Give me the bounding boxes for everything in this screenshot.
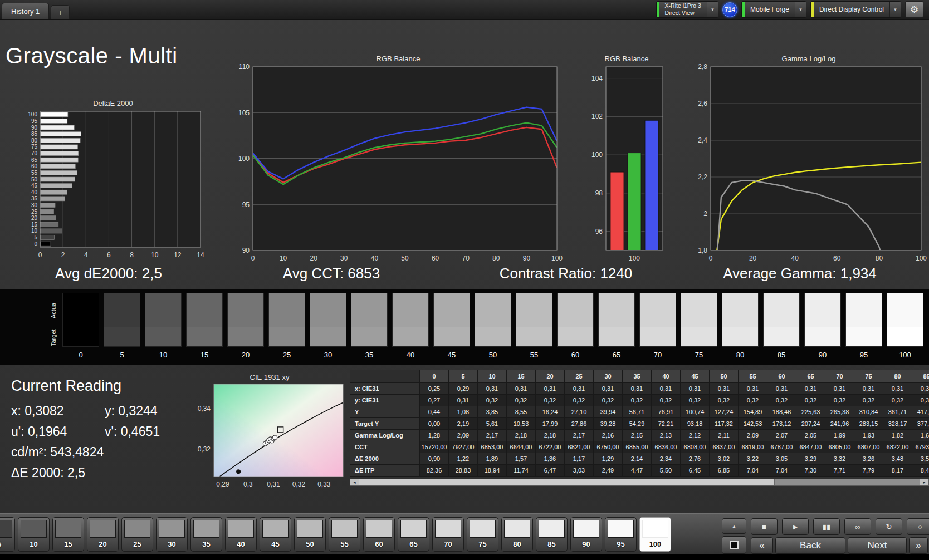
- cell: 1,93: [854, 430, 883, 441]
- cell: 1,89: [478, 453, 507, 465]
- display-dropdown[interactable]: ▼: [889, 2, 901, 17]
- swatch-actual-100: [887, 293, 923, 327]
- level-button-60[interactable]: 60: [363, 517, 395, 552]
- capture-button[interactable]: ○: [907, 518, 929, 535]
- svg-text:55: 55: [31, 170, 38, 176]
- cell: 2,19: [449, 418, 478, 430]
- scroll-left-button[interactable]: ◄: [350, 479, 359, 485]
- source-dropdown[interactable]: ▼: [795, 2, 806, 17]
- swatch-label: 90: [804, 351, 841, 359]
- level-label: 55: [331, 538, 358, 551]
- meter-selector[interactable]: X-Rite i1Pro 3 Direct View ▼: [656, 1, 718, 18]
- level-label: 85: [539, 538, 565, 551]
- meter-dropdown[interactable]: ▼: [707, 2, 718, 17]
- svg-text:10: 10: [31, 228, 38, 234]
- cell: 361,71: [883, 406, 912, 418]
- pattern-up-button[interactable]: ▲: [722, 518, 746, 534]
- deltae-bar-85: [41, 132, 81, 136]
- table-horizontal-scrollbar[interactable]: ◄ ►: [350, 479, 929, 486]
- deltae-bar-65: [41, 158, 79, 162]
- level-button-70[interactable]: 70: [432, 517, 464, 552]
- cell: 7927,00: [449, 441, 478, 453]
- svg-text:25: 25: [31, 209, 38, 215]
- level-button-15[interactable]: 15: [52, 517, 84, 552]
- level-swatch-85: [539, 520, 565, 538]
- swatch-35: [351, 293, 388, 347]
- level-button-80[interactable]: 80: [501, 517, 533, 552]
- swatch-actual-95: [846, 293, 882, 327]
- row-label: CCT: [350, 441, 420, 453]
- swatch-cell-100: 100: [887, 293, 923, 359]
- reading-value: x: 0,3082: [11, 404, 105, 419]
- level-button-50[interactable]: 50: [294, 517, 326, 552]
- tab-history-1[interactable]: History 1: [2, 3, 49, 19]
- capture-icon: ○: [918, 523, 922, 531]
- svg-text:100: 100: [551, 254, 563, 262]
- jump-back-button[interactable]: «: [751, 537, 773, 554]
- up-arrow-icon: ▲: [731, 523, 737, 529]
- cell: 82,36: [420, 465, 449, 477]
- cell: 0,31: [507, 383, 536, 395]
- pattern-window-button[interactable]: [722, 536, 746, 554]
- level-button-40[interactable]: 40: [225, 517, 257, 552]
- scroll-thumb[interactable]: [359, 479, 775, 485]
- jump-next-button[interactable]: »: [909, 537, 928, 554]
- cell: 7,04: [767, 465, 796, 477]
- cell: 72,21: [652, 418, 681, 430]
- level-button-45[interactable]: 45: [260, 517, 291, 552]
- column-header-45: 45: [681, 370, 710, 383]
- topbar-controls: X-Rite i1Pro 3 Direct View ▼ 714 Mobile …: [656, 0, 929, 19]
- svg-text:70: 70: [31, 150, 38, 156]
- stop-button[interactable]: ■: [751, 518, 778, 535]
- next-button[interactable]: Next: [848, 537, 907, 554]
- level-button-35[interactable]: 35: [190, 517, 222, 552]
- pause-button[interactable]: ▮▮: [813, 518, 840, 535]
- column-header-20: 20: [536, 370, 565, 383]
- level-button-20[interactable]: 20: [87, 517, 119, 552]
- rgbline-chart: 90951001051100102030405060708090100: [234, 63, 563, 265]
- continuous-button[interactable]: ∞: [844, 518, 871, 535]
- rgb-balance-bars-panel: RGB Balance 9698100102104100: [586, 55, 667, 267]
- swatch-40: [392, 293, 429, 347]
- cell: 27,10: [565, 406, 594, 418]
- deltae-bar-55: [41, 170, 77, 175]
- svg-text:40: 40: [791, 254, 799, 262]
- scroll-right-button[interactable]: ►: [920, 479, 928, 485]
- cell: 6,47: [536, 465, 565, 477]
- source-selector[interactable]: Mobile Forge ▼: [741, 1, 806, 18]
- level-button-75[interactable]: 75: [467, 517, 498, 552]
- swatch-actual-0: [63, 293, 99, 327]
- display-control-selector[interactable]: Direct Display Control ▼: [810, 1, 901, 18]
- level-button-90[interactable]: 90: [570, 517, 602, 552]
- cell: 0,31: [912, 383, 929, 395]
- level-button-10[interactable]: 10: [18, 517, 50, 552]
- add-icon: +: [58, 8, 62, 17]
- play-button[interactable]: ►: [782, 518, 809, 535]
- cell: 0,32: [565, 395, 594, 406]
- svg-text:90: 90: [242, 247, 250, 254]
- add-tab-button[interactable]: +: [51, 5, 70, 19]
- svg-text:50: 50: [31, 176, 38, 183]
- deltae-bar-60: [41, 164, 76, 169]
- level-button-65[interactable]: 65: [398, 517, 429, 552]
- loop-button[interactable]: ↻: [876, 518, 902, 535]
- swatch-cells: 0510152025303540455055606570758085909510…: [62, 293, 923, 359]
- level-button-25[interactable]: 25: [121, 517, 153, 552]
- table-header-row: 0510152025303540455055606570758085: [350, 370, 929, 383]
- cell: 54,29: [623, 418, 652, 430]
- level-button-55[interactable]: 55: [329, 517, 360, 552]
- level-button-95[interactable]: 95: [605, 517, 637, 552]
- level-button-5[interactable]: 5: [0, 517, 15, 552]
- cell: 39,28: [594, 418, 623, 430]
- back-button[interactable]: Back: [775, 537, 845, 554]
- display-control-label: Direct Display Control: [814, 2, 889, 17]
- column-header-5: 5: [449, 370, 478, 383]
- level-button-100[interactable]: 100: [639, 517, 671, 552]
- level-button-30[interactable]: 30: [156, 517, 188, 552]
- svg-text:0: 0: [38, 251, 42, 259]
- deltae-chart: 0246810121405101520253035404550556065707…: [21, 108, 205, 262]
- scroll-track[interactable]: [775, 479, 920, 485]
- settings-button[interactable]: ⚙: [905, 1, 923, 18]
- level-button-85[interactable]: 85: [536, 517, 568, 552]
- swatch-actual-90: [805, 293, 840, 327]
